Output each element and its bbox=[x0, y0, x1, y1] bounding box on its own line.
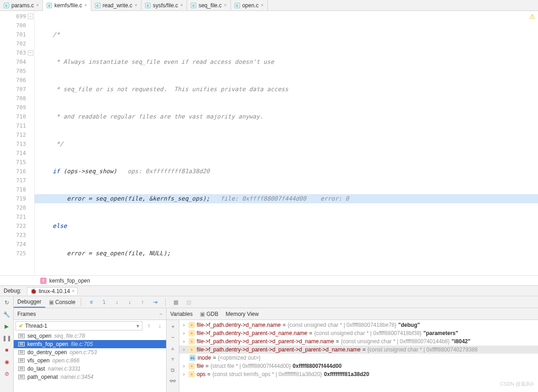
var-item[interactable]: ›≡ ops = {const struct kernfs_ops * | 0x… bbox=[179, 370, 538, 378]
show-execution-point-button[interactable]: ≡ bbox=[87, 298, 96, 307]
close-icon[interactable]: × bbox=[180, 3, 183, 8]
c-file-icon: c bbox=[95, 3, 100, 8]
variables-header: Variables ▣ GDB Memory View bbox=[167, 308, 538, 320]
frame-list[interactable]: seq_open seq_file.c:78 kernfs_fop_open f… bbox=[14, 332, 166, 392]
up-button[interactable]: ▲ bbox=[168, 344, 178, 353]
view-breakpoints-button[interactable]: ◉ bbox=[2, 357, 11, 366]
variables-panel: Variables ▣ GDB Memory View ＋ − ▲ ▼ ⧉ 👓 bbox=[167, 308, 538, 392]
string-icon: ≡ bbox=[188, 330, 195, 336]
var-item[interactable]: ›≡ file->f_path.dentry->d_name.name = {c… bbox=[179, 321, 538, 329]
var-item[interactable]: 01 inode = {<optimized out>} bbox=[179, 354, 538, 362]
watermark: CSDN @蓝风9 bbox=[500, 381, 533, 387]
tab-read-write[interactable]: cread_write.c× bbox=[91, 0, 141, 10]
down-button[interactable]: ▼ bbox=[168, 355, 178, 364]
prev-frame-button[interactable]: ↑ bbox=[144, 321, 153, 330]
frame-icon bbox=[18, 342, 25, 346]
expand-icon[interactable]: › bbox=[181, 363, 187, 369]
string-icon: ≡ bbox=[188, 363, 195, 369]
settings-button[interactable]: 🔧 bbox=[2, 310, 11, 319]
tab-sysfs-file[interactable]: csysfs/file.c× bbox=[141, 0, 187, 10]
debugger-tab[interactable]: Debugger bbox=[14, 297, 45, 308]
step-over-button[interactable]: ⤵ bbox=[99, 298, 109, 307]
var-item[interactable]: ›≡ file->f_path.dentry->d_parent->d_pare… bbox=[179, 346, 538, 354]
step-into-button[interactable]: ↓ bbox=[112, 298, 121, 307]
pause-button[interactable]: ❚❚ bbox=[2, 334, 11, 343]
var-item[interactable]: ›≡ file->f_path.dentry->d_parent->d_name… bbox=[179, 329, 538, 337]
tab-open[interactable]: copen.c× bbox=[231, 0, 268, 10]
close-icon[interactable]: × bbox=[224, 3, 227, 8]
close-icon[interactable]: × bbox=[72, 289, 74, 294]
frames-panel: Frames − ✔ Thread-1 ▾ ↑ ↓ seq_open seq_f… bbox=[14, 308, 167, 392]
tab-label: sysfs/file.c bbox=[153, 2, 178, 9]
code-area[interactable]: /* * Always instantiate seq_file even if… bbox=[35, 11, 538, 275]
debug-session-tab[interactable]: 🐞 linux-4.10.14 × bbox=[27, 287, 78, 295]
frame-item[interactable]: do_last namei.c:3331 bbox=[14, 365, 166, 373]
expand-icon[interactable]: › bbox=[181, 371, 187, 377]
tab-params[interactable]: cparams.c× bbox=[0, 0, 43, 10]
console-tab[interactable]: ▣ Console bbox=[45, 297, 79, 307]
c-file-icon: c bbox=[47, 3, 52, 8]
frame-item[interactable]: vfs_open open.c:866 bbox=[14, 356, 166, 365]
debug-panel: ↻ 🔧 ▶ ❚❚ ■ ◉ ⊘ Debugger ▣ Console ≡ ⤵ ↓ … bbox=[0, 296, 538, 392]
next-frame-button[interactable]: ↓ bbox=[155, 321, 164, 330]
tab-kernfs-file[interactable]: ckernfs/file.c× bbox=[43, 0, 91, 11]
string-icon: ≡ bbox=[188, 346, 195, 353]
debug-header: Debug: 🐞 linux-4.10.14 × bbox=[0, 285, 538, 296]
close-icon[interactable]: × bbox=[36, 3, 39, 8]
minimize-icon[interactable]: − bbox=[159, 311, 162, 317]
thread-select[interactable]: ✔ Thread-1 ▾ bbox=[16, 321, 142, 330]
string-icon: ≡ bbox=[188, 322, 195, 328]
frame-icon bbox=[18, 350, 25, 355]
tab-label: open.c bbox=[242, 2, 259, 9]
frame-icon bbox=[18, 358, 25, 363]
variables-list[interactable]: ›≡ file->f_path.dentry->d_name.name = {c… bbox=[179, 320, 538, 392]
breadcrumb: f kernfs_fop_open bbox=[0, 275, 538, 285]
expand-icon[interactable]: › bbox=[181, 338, 187, 345]
function-icon: f bbox=[40, 278, 47, 284]
copy-button[interactable]: ⧉ bbox=[168, 366, 178, 375]
editor-area[interactable]: ⚠ 699− 700 701 702 703− 704 705 706 707 … bbox=[0, 11, 538, 275]
run-to-cursor-button[interactable]: ⇥ bbox=[151, 298, 160, 307]
var-item[interactable]: ›≡ file = {struct file * | 0xffff88007f4… bbox=[179, 362, 538, 370]
tab-label: kernfs/file.c bbox=[54, 2, 82, 9]
glasses-icon[interactable]: 👓 bbox=[168, 377, 178, 386]
close-icon[interactable]: × bbox=[84, 3, 87, 8]
tab-label: seq_file.c bbox=[198, 2, 222, 9]
evaluate-button[interactable]: ▦ bbox=[171, 298, 180, 307]
debug-main: Debugger ▣ Console ≡ ⤵ ↓ ↓ ↑ ⇥ ▦ ▤ Frame… bbox=[14, 296, 538, 392]
step-out-button[interactable]: ↑ bbox=[138, 298, 147, 307]
bug-icon: 🐞 bbox=[30, 288, 37, 294]
expand-icon[interactable]: › bbox=[181, 346, 187, 353]
mute-breakpoints-button[interactable]: ⊘ bbox=[2, 369, 11, 378]
memory-view-tab[interactable]: Memory View bbox=[226, 311, 259, 317]
rerun-button[interactable]: ↻ bbox=[2, 298, 11, 307]
stop-button[interactable]: ■ bbox=[2, 346, 11, 355]
fold-icon[interactable]: − bbox=[28, 50, 33, 56]
chevron-down-icon: ▾ bbox=[136, 323, 139, 329]
frame-item[interactable]: do_dentry_open open.c:753 bbox=[14, 348, 166, 356]
expand-icon[interactable]: › bbox=[181, 330, 187, 336]
frames-header: Frames − bbox=[14, 308, 166, 320]
add-watch-button[interactable]: ＋ bbox=[168, 322, 178, 331]
debug-toolbar: Debugger ▣ Console ≡ ⤵ ↓ ↓ ↑ ⇥ ▦ ▤ bbox=[14, 296, 538, 308]
force-step-into-button[interactable]: ↓ bbox=[125, 298, 134, 307]
resume-button[interactable]: ▶ bbox=[2, 322, 11, 331]
frame-item[interactable]: seq_open seq_file.c:78 bbox=[14, 332, 166, 340]
frame-item[interactable]: path_openat namei.c:3454 bbox=[14, 373, 166, 381]
close-icon[interactable]: × bbox=[135, 3, 137, 8]
var-item[interactable]: ›≡ file->f_path.dentry->d_parent->d_pare… bbox=[179, 337, 538, 346]
breadcrumb-fn[interactable]: kernfs_fop_open bbox=[49, 278, 90, 284]
frame-item[interactable]: kernfs_fop_open file.c:705 bbox=[14, 340, 166, 348]
remove-watch-button[interactable]: − bbox=[168, 333, 178, 342]
tab-label: read_write.c bbox=[103, 2, 132, 9]
check-icon: ✔ bbox=[19, 323, 23, 329]
c-file-icon: c bbox=[235, 3, 240, 8]
more-button[interactable]: ▤ bbox=[184, 298, 193, 307]
close-icon[interactable]: × bbox=[261, 3, 264, 8]
debug-side-toolbar: ↻ 🔧 ▶ ❚❚ ■ ◉ ⊘ bbox=[0, 296, 14, 392]
tab-seq-file[interactable]: cseq_file.c× bbox=[187, 0, 231, 10]
fold-icon[interactable]: − bbox=[28, 14, 33, 19]
gdb-tab[interactable]: ▣ GDB bbox=[200, 311, 218, 317]
var-toolbar: ＋ − ▲ ▼ ⧉ 👓 bbox=[167, 320, 179, 392]
expand-icon[interactable]: › bbox=[181, 322, 187, 328]
